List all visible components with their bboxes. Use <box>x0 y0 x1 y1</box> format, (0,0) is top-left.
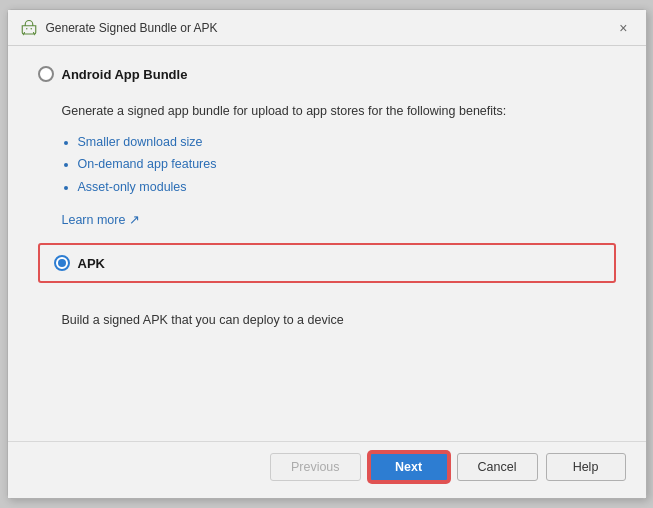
dialog-title: Generate Signed Bundle or APK <box>46 21 614 35</box>
apk-section: APK <box>38 243 616 283</box>
previous-button[interactable]: Previous <box>270 453 361 481</box>
apk-radio[interactable] <box>54 255 70 271</box>
learn-more-link[interactable]: Learn more ↗ <box>62 212 616 227</box>
android-bundle-radio[interactable] <box>38 66 54 82</box>
apk-label: APK <box>78 256 105 271</box>
android-bundle-bullets: Smaller download size On-demand app feat… <box>62 131 616 199</box>
bullet-item-2: On-demand app features <box>78 153 616 176</box>
bullet-item-1: Smaller download size <box>78 131 616 154</box>
svg-point-0 <box>26 28 28 30</box>
android-bundle-label: Android App Bundle <box>62 67 188 82</box>
bullet-item-3: Asset-only modules <box>78 176 616 199</box>
dialog-body: Android App Bundle Generate a signed app… <box>8 46 646 441</box>
android-bundle-description: Generate a signed app bundle for upload … <box>62 102 616 121</box>
cancel-button[interactable]: Cancel <box>457 453 538 481</box>
help-button[interactable]: Help <box>546 453 626 481</box>
title-bar: Generate Signed Bundle or APK × <box>8 10 646 46</box>
apk-radio-row[interactable]: APK <box>54 255 600 271</box>
close-button[interactable]: × <box>613 18 633 38</box>
next-button[interactable]: Next <box>369 452 449 482</box>
dialog-footer: Previous Next Cancel Help <box>8 441 646 498</box>
android-bundle-radio-row[interactable]: Android App Bundle <box>38 66 616 82</box>
svg-point-1 <box>30 28 32 30</box>
apk-description: Build a signed APK that you can deploy t… <box>62 313 616 327</box>
android-bundle-section: Android App Bundle Generate a signed app… <box>38 66 616 227</box>
android-icon <box>20 19 38 37</box>
generate-signed-dialog: Generate Signed Bundle or APK × Android … <box>7 9 647 499</box>
